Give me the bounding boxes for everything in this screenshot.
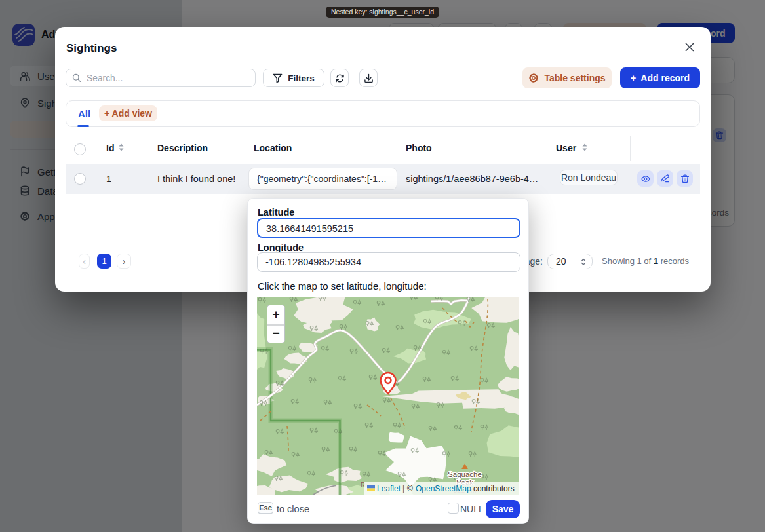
svg-text:OpenStreetMap: OpenStreetMap: [416, 484, 471, 493]
svg-text:|: |: [402, 484, 404, 493]
svg-text:contributors: contributors: [473, 484, 515, 493]
svg-text:Leaflet: Leaflet: [377, 484, 401, 493]
svg-text:Saguache: Saguache: [448, 470, 482, 478]
svg-text:©: ©: [407, 484, 413, 493]
